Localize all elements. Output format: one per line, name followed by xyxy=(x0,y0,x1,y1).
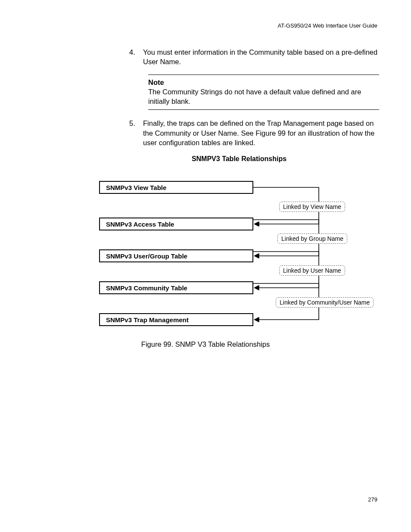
note-box: Note The Community Strings do not have a… xyxy=(148,75,379,110)
list-item-5: 5. Finally, the traps can be defined on … xyxy=(129,118,379,147)
diagram-box-access: SNMPv3 Access Table xyxy=(99,218,253,230)
diagram-box-trap: SNMPv3 Trap Management xyxy=(99,313,253,326)
note-body: The Community Strings do not have a defa… xyxy=(148,87,379,106)
list-text: Finally, the traps can be defined on the… xyxy=(143,118,379,147)
page: AT-GS950/24 Web Interface User Guide 4. … xyxy=(0,0,411,532)
body-content: 4. You must enter information in the Com… xyxy=(129,47,379,155)
note-title: Note xyxy=(148,78,379,87)
diagram-box-community: SNMPv3 Community Table xyxy=(99,281,253,294)
diagram-link-user: Linked by User Name xyxy=(279,265,345,276)
figure-caption: Figure 99. SNMP V3 Table Relationships xyxy=(0,340,411,348)
list-text: You must enter information in the Commun… xyxy=(143,47,379,67)
diagram: SNMPV3 Table Relationships SNMPv3 View T… xyxy=(99,155,379,336)
diagram-box-view: SNMPv3 View Table xyxy=(99,181,253,194)
diagram-box-usergroup: SNMPv3 User/Group Table xyxy=(99,249,253,262)
list-number: 4. xyxy=(129,47,143,67)
list-item-4: 4. You must enter information in the Com… xyxy=(129,47,379,67)
page-number: 279 xyxy=(368,496,377,503)
header-right: AT-GS950/24 Web Interface User Guide xyxy=(278,22,377,29)
diagram-link-group: Linked by Group Name xyxy=(277,233,347,244)
diagram-link-view: Linked by View Name xyxy=(279,202,345,212)
diagram-link-community: Linked by Community/User Name xyxy=(276,297,374,308)
list-number: 5. xyxy=(129,118,143,147)
